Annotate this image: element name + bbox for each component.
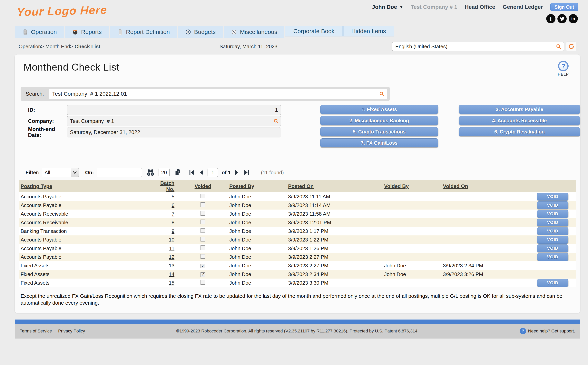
voided-checkbox[interactable] — [201, 228, 205, 233]
header-voided-by[interactable]: Voided By — [382, 180, 441, 192]
voided-checkbox[interactable] — [201, 219, 205, 224]
voided-by-cell — [382, 244, 441, 253]
company-search-icon[interactable] — [273, 118, 279, 125]
prev-page-icon[interactable] — [199, 169, 204, 175]
batch-no-link[interactable]: 7 — [172, 211, 175, 217]
posted-on-cell: 3/9/2023 2:27 PM — [286, 261, 382, 270]
id-field[interactable] — [67, 105, 281, 115]
on-input[interactable] — [97, 168, 142, 177]
void-button[interactable]: VOID — [537, 201, 568, 209]
nav-bar: Operation Reports Report Definition Budg… — [15, 26, 588, 38]
batch-no-link[interactable]: 11 — [169, 246, 175, 251]
tab-operation[interactable]: Operation — [15, 26, 64, 38]
terms-of-service-link[interactable]: Terms of Service — [20, 329, 52, 334]
posted-by-cell: John Doe — [227, 218, 286, 227]
voided-by-cell — [382, 210, 441, 218]
void-button[interactable]: VOID — [537, 227, 568, 235]
void-button[interactable]: VOID — [537, 245, 568, 252]
header-posted-on[interactable]: Posted On — [286, 180, 382, 192]
batch-no-link[interactable]: 10 — [169, 237, 175, 243]
support-link[interactable]: Need help? Get support. — [528, 329, 575, 334]
voided-checkbox[interactable] — [201, 254, 205, 259]
fixed-assets-button[interactable]: 1. Fixed Assets — [320, 105, 438, 114]
linkedin-icon[interactable]: in — [569, 14, 578, 23]
void-button[interactable]: VOID — [537, 210, 568, 218]
help-button[interactable]: ? HELP — [558, 61, 569, 77]
tab-corporate-book[interactable]: Corporate Book — [285, 26, 343, 36]
voided-checkbox[interactable] — [201, 246, 205, 250]
copy-pages-icon[interactable] — [174, 168, 182, 176]
search-row: Search: — [21, 87, 390, 101]
void-button[interactable]: VOID — [537, 253, 568, 261]
void-button[interactable]: VOID — [537, 218, 568, 226]
accounts-receivable-button[interactable]: 4. Accounts Receivable — [459, 116, 580, 125]
last-page-icon[interactable] — [243, 169, 250, 175]
crypto-revaluation-button[interactable]: 6. Crypto Revaluation — [459, 127, 580, 136]
twitter-icon[interactable] — [557, 14, 567, 23]
fx-gain-loss-button[interactable]: 7. FX Gain/Loss — [320, 138, 438, 147]
chevron-down-icon[interactable]: ▼ — [399, 5, 403, 9]
header-posting-type[interactable]: Posting Type — [19, 180, 149, 192]
tab-budgets[interactable]: Budgets — [178, 26, 223, 38]
posting-type-cell: Accounts Payable — [19, 253, 149, 261]
header-voided-on[interactable]: Voided On — [441, 180, 529, 192]
voided-checkbox[interactable]: ✓ — [201, 264, 205, 268]
header-voided[interactable]: Voided — [178, 180, 227, 192]
voided-checkbox[interactable] — [201, 237, 205, 241]
tab-miscellaneous[interactable]: Miscellaneous — [224, 26, 284, 38]
header-posted-by[interactable]: Posted By — [227, 180, 286, 192]
voided-on-cell: 3/9/2023 2:34 PM — [441, 261, 529, 270]
first-page-icon[interactable] — [188, 169, 195, 175]
breadcrumb[interactable]: Operation> Month End> — [19, 43, 73, 49]
refresh-icon[interactable] — [566, 42, 576, 51]
find-binoculars-icon[interactable] — [147, 169, 155, 176]
voided-checkbox[interactable] — [201, 194, 205, 198]
tab-hidden-items[interactable]: Hidden Items — [343, 26, 394, 36]
next-page-icon[interactable] — [234, 169, 240, 175]
filter-bar: Filter: All On: 20 of 1 — [26, 168, 580, 177]
void-button[interactable]: VOID — [537, 279, 568, 287]
tab-label: Budgets — [194, 29, 216, 35]
page-number-input[interactable] — [208, 168, 218, 177]
table-header-row: Posting Type Batch No. Voided Posted By … — [19, 180, 576, 192]
header-batch-no[interactable]: Batch No. — [149, 180, 178, 192]
user-menu[interactable]: John Doe — [372, 4, 397, 10]
voided-checkbox[interactable] — [201, 202, 205, 207]
batch-no-link[interactable]: 13 — [169, 263, 175, 268]
voided-checkbox[interactable]: ✓ — [201, 272, 205, 277]
batch-no-link[interactable]: 6 — [172, 202, 175, 208]
table-row: Accounts Payable 12 John Doe 3/9/2023 2:… — [19, 253, 576, 261]
void-button[interactable]: VOID — [537, 193, 568, 201]
posted-on-cell: 3/9/2023 11:11 AM — [286, 192, 382, 201]
header-company: Test Company # 1 — [411, 4, 457, 10]
filter-select[interactable]: All — [42, 168, 79, 177]
posted-on-cell: 3/9/2023 11:14 AM — [286, 201, 382, 210]
miscellaneous-banking-button[interactable]: 2. Miscellaneous Banking — [320, 116, 438, 125]
void-button[interactable]: VOID — [537, 236, 568, 244]
voided-on-cell — [441, 227, 529, 235]
company-field[interactable] — [67, 116, 281, 126]
page-size-input[interactable]: 20 — [159, 168, 169, 177]
top-header: Your Logo Here John Doe ▼ Test Company #… — [0, 0, 588, 25]
crypto-transactions-button[interactable]: 5. Crypto Transactions — [320, 127, 438, 136]
voided-checkbox[interactable] — [201, 211, 205, 216]
voided-checkbox[interactable] — [201, 280, 205, 285]
batch-no-link[interactable]: 15 — [169, 280, 175, 286]
monthend-date-field[interactable] — [67, 127, 281, 137]
search-input[interactable] — [49, 89, 387, 99]
tab-reports[interactable]: Reports — [65, 26, 109, 38]
language-input[interactable] — [392, 42, 564, 51]
batch-no-link[interactable]: 12 — [169, 254, 175, 260]
batch-no-link[interactable]: 9 — [172, 228, 175, 234]
language-search-icon[interactable] — [556, 44, 561, 51]
tab-report-definition[interactable]: Report Definition — [110, 26, 177, 38]
accounts-payable-button[interactable]: 3. Accounts Payable — [459, 105, 580, 114]
sign-out-button[interactable]: Sign Out — [550, 3, 578, 11]
batch-no-link[interactable]: 14 — [169, 271, 175, 277]
search-icon[interactable] — [379, 91, 385, 98]
facebook-icon[interactable]: f — [546, 14, 555, 23]
table-row: Accounts Payable 6 John Doe 3/9/2023 11:… — [19, 201, 576, 210]
batch-no-link[interactable]: 5 — [172, 194, 175, 200]
privacy-policy-link[interactable]: Privacy Policy — [58, 329, 85, 334]
batch-no-link[interactable]: 8 — [172, 219, 175, 225]
